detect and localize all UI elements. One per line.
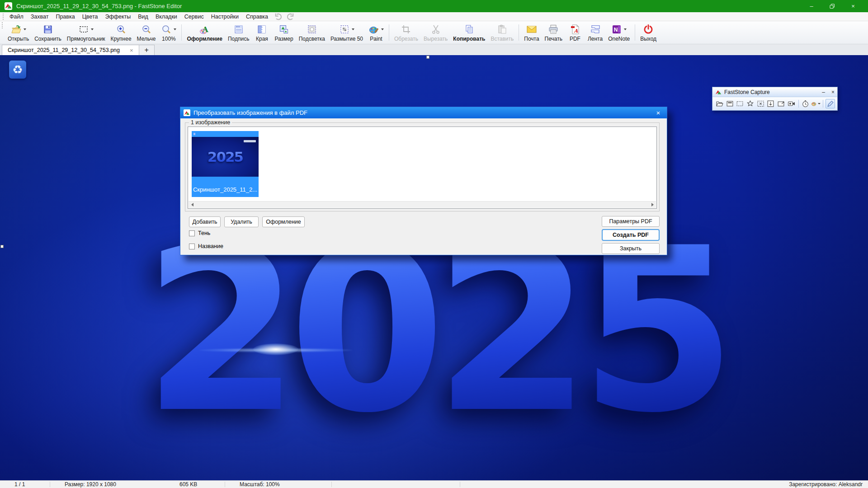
toolbar-label: Paint: [370, 36, 382, 42]
blur-icon: [339, 23, 354, 35]
open-button[interactable]: [715, 99, 724, 108]
toolbar-blur-button[interactable]: Размытие 50: [328, 22, 366, 43]
drag-handle[interactable]: [3, 14, 4, 20]
undo-button[interactable]: [274, 13, 283, 20]
dialog-close-icon[interactable]: ×: [653, 109, 664, 117]
menu-item[interactable]: Цвета: [79, 13, 102, 21]
menu-item[interactable]: Файл: [6, 13, 27, 21]
toolbar-power-button[interactable]: Выход: [637, 22, 659, 43]
cut-icon: [430, 23, 441, 35]
toolbar-zoom-in-button[interactable]: Крупнее: [108, 22, 134, 43]
rect-capture-button[interactable]: [735, 99, 745, 108]
window-controls: – ×: [801, 0, 863, 12]
toolbar-pdf-button[interactable]: APDF: [565, 22, 585, 43]
titlebar[interactable]: Скриншот_2025_11_29_12_30_54_753.png - F…: [0, 0, 868, 12]
menu-item[interactable]: Справка: [242, 13, 272, 21]
checkbox-row[interactable]: Тень: [189, 230, 223, 237]
screen-draw-button[interactable]: [826, 99, 835, 108]
redo-button[interactable]: [285, 13, 295, 20]
toolbar-copy-button[interactable]: Копировать: [450, 22, 488, 43]
dropdown-arrow-icon[interactable]: [381, 28, 384, 30]
dropdown-arrow-icon[interactable]: [91, 28, 94, 30]
thumbnail-list[interactable]: 2025 Скриншот_2025_11_2...: [188, 127, 657, 209]
menu-item[interactable]: Вид: [134, 13, 152, 21]
menu-item[interactable]: Сервис: [181, 13, 208, 21]
mini-capture-window: [244, 140, 256, 142]
capture-close-icon[interactable]: ×: [831, 89, 835, 95]
tab-active[interactable]: Скриншот_2025_11_29_12_30_54_753.png ×: [2, 45, 139, 55]
new-tab-button[interactable]: +: [139, 45, 155, 55]
toolbar-paint-button[interactable]: Paint: [366, 22, 387, 43]
pdf-options-button[interactable]: Параметры PDF: [602, 216, 660, 227]
svg-text:A: A: [574, 28, 578, 34]
selection-handle-top[interactable]: [426, 56, 429, 59]
window-capture-button[interactable]: [725, 99, 735, 108]
capture-titlebar[interactable]: FastStone Capture – ×: [712, 87, 837, 97]
toolbar-open-folder-button[interactable]: Открыть: [5, 22, 32, 43]
toolbar-save-button[interactable]: Сохранить: [32, 22, 64, 43]
menu-item[interactable]: Правка: [52, 13, 78, 21]
selection-handle-left[interactable]: [0, 245, 4, 248]
toolbar-zoom-level-button[interactable]: 100%: [158, 22, 179, 43]
toolbar-separator: [181, 24, 182, 41]
add-button[interactable]: Добавить: [189, 216, 221, 227]
toolbar-draw-button[interactable]: AОформление: [184, 22, 225, 43]
dropdown-arrow-icon[interactable]: [818, 103, 821, 104]
toolbar-rect-select-button[interactable]: Прямоугольник: [64, 22, 108, 43]
paste-icon: [497, 23, 508, 35]
toolbar-resize-button[interactable]: Размер: [272, 22, 296, 43]
fixed-region-button[interactable]: [776, 99, 786, 108]
copy-icon: [464, 23, 475, 35]
freehand-capture-button[interactable]: [745, 99, 755, 108]
images-groupbox: 1 изображение 2025 Скриншот_2025_11_2...: [185, 122, 660, 211]
remove-button[interactable]: Удалить: [224, 216, 259, 227]
toolbar-label: Подсветка: [299, 36, 325, 42]
horizontal-scrollbar[interactable]: [189, 201, 656, 208]
checkbox-row[interactable]: Название: [189, 243, 223, 250]
toolbar-label: Размер: [274, 36, 293, 42]
scrolling-capture-button[interactable]: [766, 99, 776, 108]
ribbon-icon: [590, 23, 601, 35]
tab-close-icon[interactable]: ×: [130, 47, 133, 53]
close-dialog-button[interactable]: Закрыть: [602, 243, 660, 254]
output-settings-button[interactable]: [811, 99, 821, 108]
toolbar-mail-button[interactable]: Почта: [521, 22, 542, 43]
minimize-icon[interactable]: –: [801, 0, 822, 12]
paint-icon: [368, 23, 384, 35]
dropdown-arrow-icon[interactable]: [24, 28, 26, 30]
toolbar-edge-button[interactable]: Края: [252, 22, 272, 43]
menu-item[interactable]: Вкладки: [152, 13, 181, 21]
toolbar-zoom-out-button[interactable]: Мельче: [134, 22, 159, 43]
menu-item[interactable]: Настройки: [208, 13, 242, 21]
menu-item[interactable]: Эффекты: [101, 13, 134, 21]
recycle-bin-icon: ♻: [9, 61, 26, 79]
drag-handle[interactable]: [2, 22, 3, 28]
screen-recorder-button[interactable]: [787, 99, 796, 108]
fullscreen-capture-button[interactable]: [756, 99, 765, 108]
toolbar-spotlight-button[interactable]: Подсветка: [296, 22, 328, 43]
dialog-titlebar[interactable]: Преобразовать изображения в файл PDF ×: [180, 107, 667, 118]
toolbar-onenote-button[interactable]: NOneNote: [605, 22, 632, 43]
toolbar-caption-button[interactable]: Подпись: [225, 22, 252, 43]
checkbox-unchecked[interactable]: [189, 244, 195, 249]
restore-icon[interactable]: [822, 0, 843, 12]
dropdown-arrow-icon[interactable]: [624, 28, 627, 30]
delay-timer-button[interactable]: [801, 99, 811, 108]
menu-item[interactable]: Захват: [27, 13, 52, 21]
toolbar-ribbon-button[interactable]: Лента: [585, 22, 605, 43]
draw-button[interactable]: Оформление: [262, 216, 305, 227]
thumbnail-item[interactable]: 2025 Скриншот_2025_11_2...: [192, 131, 259, 197]
capture-title: FastStone Capture: [724, 89, 770, 95]
scroll-right-icon[interactable]: [649, 202, 656, 208]
capture-minimize-icon[interactable]: –: [822, 89, 825, 95]
dropdown-arrow-icon[interactable]: [174, 28, 176, 30]
crop-icon: [401, 23, 411, 35]
create-pdf-button[interactable]: Создать PDF: [602, 229, 660, 241]
save-icon: [42, 23, 53, 35]
checkbox-unchecked[interactable]: [189, 230, 195, 236]
close-icon[interactable]: ×: [843, 0, 863, 12]
dropdown-arrow-icon[interactable]: [352, 28, 354, 30]
scroll-left-icon[interactable]: [189, 202, 196, 208]
toolbar-print-button[interactable]: Печать: [542, 22, 565, 43]
toolbar-label: Крупнее: [111, 36, 132, 42]
